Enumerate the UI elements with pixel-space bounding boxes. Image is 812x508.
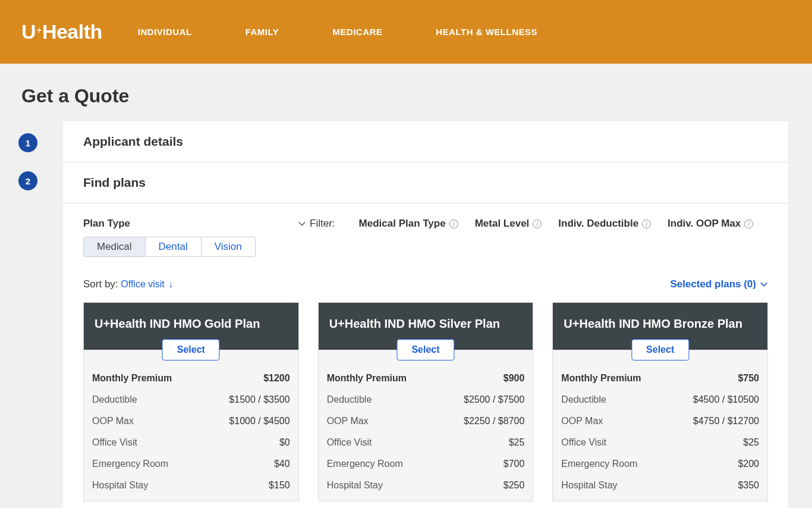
logo-pre: U <box>21 20 36 43</box>
plan-row-oop: OOP Max$2250 / $8700 <box>327 410 525 432</box>
sort-control[interactable]: Sort by: Office visit ↓ <box>83 278 173 290</box>
filter-metal-level[interactable]: Metal Level i <box>475 218 542 230</box>
arrow-down-icon: ↓ <box>166 279 173 289</box>
plans-grid: U+Health IND HMO Gold Plan Select Monthl… <box>83 302 768 501</box>
plan-row-er: Emergency Room$40 <box>92 453 290 475</box>
plan-card-gold: U+Health IND HMO Gold Plan Select Monthl… <box>83 302 299 501</box>
plan-row-office: Office Visit$25 <box>561 432 759 453</box>
tab-medical[interactable]: Medical <box>84 237 146 256</box>
page-title: Get a Quote <box>21 85 812 107</box>
plan-row-oop: OOP Max$1000 / $4500 <box>92 410 290 432</box>
step-find-plans: Find plans <box>63 162 788 203</box>
plan-row-office: Office Visit$0 <box>92 432 290 453</box>
content-card: 1 2 Applicant details Find plans Plan Ty… <box>63 121 788 508</box>
sort-value: Office visit <box>121 279 165 289</box>
plan-row-hospital: Hospital Stay$150 <box>92 475 290 496</box>
plan-header: U+Health IND HMO Bronze Plan Select <box>553 303 767 350</box>
plan-row-deductible: Deductible$1500 / $3500 <box>92 389 290 410</box>
select-button[interactable]: Select <box>162 339 220 360</box>
plan-title: U+Health IND HMO Silver Plan <box>329 317 523 331</box>
logo-post: Health <box>42 20 102 43</box>
plan-row-premium: Monthly Premium$750 <box>561 368 759 389</box>
plan-row-premium: Monthly Premium$900 <box>327 368 525 389</box>
plan-row-premium: Monthly Premium$1200 <box>92 368 290 389</box>
nav-family[interactable]: FAMILY <box>246 27 279 37</box>
plan-row-er: Emergency Room$200 <box>561 453 759 475</box>
logo-plus-icon: + <box>36 25 42 36</box>
info-icon: i <box>533 219 542 228</box>
plan-title: U+Health IND HMO Bronze Plan <box>564 317 757 331</box>
info-icon: i <box>642 219 651 228</box>
nav-wellness[interactable]: HEALTH & WELLNESS <box>436 27 537 37</box>
plan-row-er: Emergency Room$700 <box>327 453 525 475</box>
filter-indiv-oop-max[interactable]: Indiv. OOP Max i <box>668 218 753 230</box>
chevron-down-icon <box>760 280 768 289</box>
plan-card-bronze: U+Health IND HMO Bronze Plan Select Mont… <box>552 302 768 501</box>
plan-row-deductible: Deductible$2500 / $7500 <box>327 389 525 410</box>
select-button[interactable]: Select <box>396 339 454 360</box>
info-icon: i <box>449 219 458 228</box>
plan-row-office: Office Visit$25 <box>327 432 525 453</box>
selected-plans-label: Selected plans (0) <box>670 278 756 290</box>
step-badge-1[interactable]: 1 <box>18 133 37 152</box>
main-nav: INDIVIDUAL FAMILY MEDICARE HEALTH & WELL… <box>138 27 537 37</box>
plan-header: U+Health IND HMO Gold Plan Select <box>84 303 298 350</box>
plan-type-label: Plan Type <box>83 218 130 230</box>
sort-row: Sort by: Office visit ↓ Selected plans (… <box>83 278 768 290</box>
step-applicant-details[interactable]: Applicant details <box>63 121 788 162</box>
tab-vision[interactable]: Vision <box>202 237 255 256</box>
plan-row-deductible: Deductible$4500 / $10500 <box>561 389 759 410</box>
filter-label: Filter: <box>310 218 335 230</box>
filter-medical-plan-type[interactable]: Medical Plan Type i <box>359 218 458 230</box>
logo[interactable]: U+Health <box>21 20 102 43</box>
plan-header: U+Health IND HMO Silver Plan Select <box>319 303 533 350</box>
plan-type-tabs: Medical Dental Vision <box>83 237 256 257</box>
plan-row-hospital: Hospital Stay$350 <box>561 475 759 496</box>
filter-indiv-deductible[interactable]: Indiv. Deductible i <box>558 218 651 230</box>
steps-column: 1 2 <box>18 133 37 209</box>
filter-toggle[interactable]: Filter: <box>298 218 335 230</box>
plan-body: Monthly Premium$1200 Deductible$1500 / $… <box>84 350 298 501</box>
nav-individual[interactable]: INDIVIDUAL <box>138 27 192 37</box>
filter-row: Plan Type Filter: Medical Plan Type i Me… <box>83 218 768 230</box>
selected-plans-toggle[interactable]: Selected plans (0) <box>670 278 768 290</box>
plan-title: U+Health IND HMO Gold Plan <box>95 317 288 331</box>
info-icon: i <box>744 219 753 228</box>
plan-row-hospital: Hospital Stay$250 <box>327 475 525 496</box>
plans-section: Plan Type Filter: Medical Plan Type i Me… <box>63 203 788 508</box>
step-title-1: Applicant details <box>83 134 768 149</box>
plan-card-silver: U+Health IND HMO Silver Plan Select Mont… <box>318 302 534 501</box>
plan-body: Monthly Premium$900 Deductible$2500 / $7… <box>319 350 533 501</box>
chevron-down-icon <box>298 219 306 228</box>
plan-body: Monthly Premium$750 Deductible$4500 / $1… <box>553 350 767 501</box>
nav-medicare[interactable]: MEDICARE <box>332 27 382 37</box>
tab-dental[interactable]: Dental <box>146 237 202 256</box>
select-button[interactable]: Select <box>631 339 689 360</box>
sort-label: Sort by: <box>83 278 121 290</box>
plan-row-oop: OOP Max$4750 / $12700 <box>561 410 759 432</box>
step-badge-2[interactable]: 2 <box>18 171 37 190</box>
step-title-2: Find plans <box>83 175 768 190</box>
header: U+Health INDIVIDUAL FAMILY MEDICARE HEAL… <box>0 0 812 64</box>
